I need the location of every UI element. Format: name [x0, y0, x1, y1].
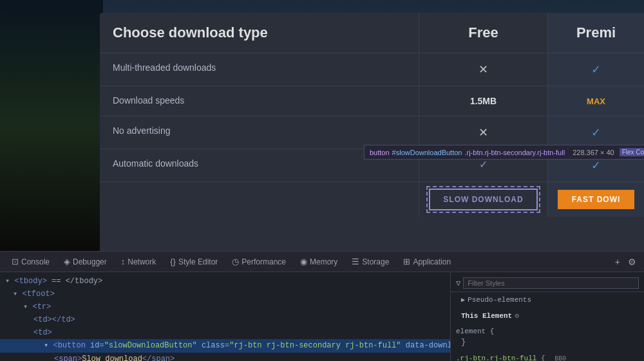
network-tab-label: Network — [128, 257, 156, 266]
check-icon-2: ✓ — [591, 126, 601, 139]
styles-toolbar: ▽ — [451, 275, 644, 292]
tooltip-element-class: .rj-btn.rj-btn-secondary.rj-btn-full — [464, 149, 565, 156]
performance-tab-label: Performance — [242, 257, 286, 266]
devtools-panel: ⊡ Console ◈ Debugger ↕ Network {} Style … — [0, 251, 644, 361]
this-element-section: This Element ⚙ — [451, 308, 644, 324]
feature-row-2: No advertising ✕ ✓ — [100, 116, 644, 149]
this-element-label: This Element — [461, 312, 512, 320]
webpage-area: Choose download type Free Premi Multi-th… — [0, 0, 644, 251]
tooltip-element-id: #slowDownloadButton — [392, 149, 462, 156]
check-blue-icon-3: ✓ — [479, 159, 488, 170]
tooltip-dimensions: 228.367 × 40 — [573, 149, 614, 156]
check-icon-0: ✓ — [591, 63, 601, 76]
feature-premium-2: ✓ — [547, 116, 644, 149]
modal-title: Choose download type — [100, 13, 419, 53]
source-label: BB0 — [554, 355, 566, 361]
pseudo-elements-triangle: ▶ — [461, 296, 465, 304]
debugger-tab-label: Debugger — [73, 257, 107, 266]
col-free-header: Free — [419, 13, 547, 53]
devtools-tab-debugger[interactable]: ◈ Debugger — [57, 254, 113, 269]
tooltip-flex-badge: Flex Container — [620, 148, 644, 156]
performance-icon: ◷ — [232, 257, 239, 266]
btn-premium-area: FAST DOWI — [547, 182, 644, 217]
application-tab-label: Application — [413, 257, 451, 266]
debugger-icon: ◈ — [64, 257, 70, 266]
style-editor-icon: {} — [170, 257, 176, 266]
application-icon: ⊞ — [403, 257, 410, 266]
devtools-right-buttons: + ⚙ — [612, 255, 639, 268]
devtools-content: ▾ <tbody> == </tbody> ▾ <tfoot> ▾ <tr> <… — [0, 272, 644, 361]
feature-row-1: Download speeds 1.5MB MAX — [100, 86, 644, 116]
speed-text: 1.5MB — [470, 96, 497, 106]
gear-icon-small: ⚙ — [515, 311, 519, 320]
devtools-toolbar: ⊡ Console ◈ Debugger ↕ Network {} Style … — [0, 252, 644, 272]
feature-free-0: ✕ — [419, 53, 547, 86]
col-premium-header: Premi — [547, 13, 644, 53]
max-text: MAX — [587, 97, 605, 106]
styles-filter-input[interactable] — [463, 277, 639, 289]
pseudo-elements-row[interactable]: ▶ Pseudo-elements — [456, 295, 639, 305]
check-icon-3: ✓ — [591, 159, 601, 172]
memory-icon: ◉ — [300, 257, 307, 266]
html-line-4: <td> — [0, 326, 450, 339]
download-modal: Choose download type Free Premi Multi-th… — [100, 13, 644, 251]
feature-free-1: 1.5MB — [419, 86, 547, 116]
button-row: SLOW DOWNLOAD FAST DOWI — [100, 181, 644, 217]
html-line-span: <span>Slow download</span> — [0, 353, 450, 361]
feature-label-0: Multi-threaded downloads — [100, 53, 419, 86]
devtools-tab-application[interactable]: ⊞ Application — [397, 254, 457, 269]
devtools-tab-network[interactable]: ↕ Network — [115, 254, 163, 269]
console-tab-label: Console — [21, 257, 50, 266]
devtools-settings-button[interactable]: ⚙ — [625, 255, 639, 268]
storage-icon: ☰ — [352, 257, 359, 266]
storage-tab-label: Storage — [362, 257, 389, 266]
background-forest — [0, 0, 103, 251]
element-tooltip: button#slowDownloadButton.rj-btn.rj-btn-… — [364, 145, 644, 160]
slow-download-button[interactable]: SLOW DOWNLOAD — [429, 189, 538, 210]
fast-download-button[interactable]: FAST DOWI — [558, 190, 634, 209]
network-icon: ↕ — [121, 257, 126, 266]
html-line-2: ▾ <tr> — [0, 301, 450, 313]
html-line-1: ▾ <tfoot> — [0, 288, 450, 301]
feature-label-2: No advertising — [100, 116, 419, 149]
modal-header-row: Choose download type Free Premi — [100, 13, 644, 53]
cross-icon-2: ✕ — [478, 126, 488, 139]
element-rule-section: element { } — [451, 324, 644, 351]
cross-icon-0: ✕ — [478, 63, 488, 76]
feature-row-0: Multi-threaded downloads ✕ ✓ — [100, 53, 644, 86]
style-editor-tab-label: Style Editor — [178, 257, 218, 266]
feature-premium-0: ✓ — [547, 53, 644, 86]
console-icon: ⊡ — [12, 257, 19, 266]
pseudo-elements-label: Pseudo-elements — [468, 296, 531, 304]
btn-spacer — [100, 182, 419, 217]
pseudo-elements-section: ▶ Pseudo-elements — [451, 292, 644, 308]
feature-free-2: ✕ — [419, 116, 547, 149]
element-selector: element { — [456, 326, 639, 337]
memory-tab-label: Memory — [310, 257, 337, 266]
styles-panel: ▽ ▶ Pseudo-elements This Element ⚙ eleme… — [451, 272, 644, 361]
html-panel: ▾ <tbody> == </tbody> ▾ <tfoot> ▾ <tr> <… — [0, 272, 451, 361]
rj-btn-rule-section: .rj-btn.rj-btn-full { BB0 width: 100%; } — [451, 351, 644, 361]
feature-label-1: Download speeds — [100, 86, 419, 116]
tooltip-element-type: button — [370, 149, 390, 156]
devtools-tab-console[interactable]: ⊡ Console — [5, 254, 56, 269]
devtools-tab-style-editor[interactable]: {} Style Editor — [164, 254, 224, 269]
html-line-highlighted[interactable]: ▾ <button id="slowDownloadButton" class=… — [0, 339, 450, 353]
devtools-add-button[interactable]: + — [612, 255, 623, 268]
rj-btn-selector: .rj-btn.rj-btn-full { BB0 — [456, 353, 639, 361]
filter-icon: ▽ — [456, 279, 460, 288]
btn-free-area: SLOW DOWNLOAD — [419, 182, 547, 217]
devtools-tab-performance[interactable]: ◷ Performance — [225, 254, 292, 269]
html-line-3: <td></td> — [0, 313, 450, 326]
feature-premium-1: MAX — [547, 86, 644, 116]
devtools-tab-storage[interactable]: ☰ Storage — [345, 254, 395, 269]
this-element-row: This Element ⚙ — [456, 310, 639, 321]
devtools-tab-memory[interactable]: ◉ Memory — [294, 254, 344, 269]
html-line-0: ▾ <tbody> == </tbody> — [0, 275, 450, 288]
